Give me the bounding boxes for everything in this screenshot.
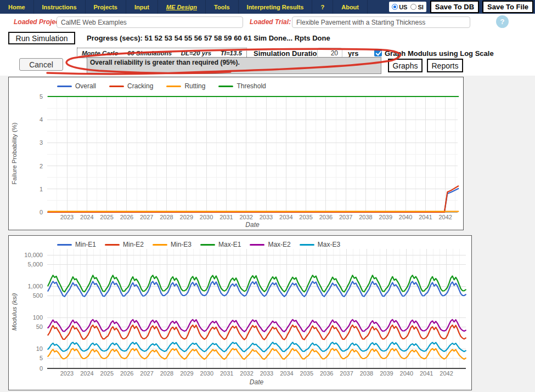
svg-text:2036: 2036 bbox=[320, 370, 333, 377]
legend-label: Min-E3 bbox=[171, 241, 192, 248]
si-radio-label: SI bbox=[418, 4, 423, 10]
svg-text:50: 50 bbox=[36, 323, 43, 330]
save-to-db-button[interactable]: Save To DB bbox=[430, 1, 479, 13]
progress-text: Progress (secs): 51 52 53 54 55 56 57 58… bbox=[87, 34, 330, 42]
nav-item-instructions[interactable]: Instructions bbox=[34, 0, 86, 14]
legend-swatch bbox=[105, 244, 120, 246]
svg-text:10,000: 10,000 bbox=[24, 252, 43, 258]
svg-text:2035: 2035 bbox=[300, 370, 313, 377]
svg-text:1: 1 bbox=[40, 186, 43, 192]
legend-label: Max-E2 bbox=[268, 241, 290, 248]
svg-text:Date: Date bbox=[250, 378, 264, 386]
svg-text:2023: 2023 bbox=[60, 370, 74, 377]
legend-swatch bbox=[57, 86, 72, 87]
save-to-file-button[interactable]: Save To File bbox=[482, 1, 533, 13]
svg-text:Modulus (ksi): Modulus (ksi) bbox=[11, 293, 18, 331]
svg-text:5: 5 bbox=[40, 355, 43, 361]
nav-item-input[interactable]: Input bbox=[126, 0, 158, 14]
svg-text:2029: 2029 bbox=[180, 370, 193, 377]
svg-text:3: 3 bbox=[40, 139, 43, 146]
legend-label: Min-E1 bbox=[75, 241, 96, 248]
nav-item-home[interactable]: Home bbox=[0, 0, 34, 14]
sim-duration-units: yrs bbox=[348, 49, 359, 58]
svg-text:0: 0 bbox=[40, 209, 43, 215]
cancel-button[interactable]: Cancel bbox=[19, 58, 63, 71]
legend-swatch bbox=[250, 244, 264, 246]
legend-label: Min-E2 bbox=[123, 241, 144, 248]
svg-text:0: 0 bbox=[40, 365, 43, 372]
legend-label: Max-E3 bbox=[318, 241, 340, 248]
monte-carlo-dl: DL=20 yrs bbox=[181, 50, 211, 56]
svg-text:2034: 2034 bbox=[279, 214, 292, 220]
svg-text:1,000: 1,000 bbox=[27, 283, 43, 289]
main-navbar: HomeInstructionsProjectsInputME DesignTo… bbox=[0, 0, 535, 14]
help-icon[interactable]: ? bbox=[496, 15, 509, 28]
nav-items: HomeInstructionsProjectsInputME DesignTo… bbox=[0, 0, 368, 14]
legend-item-rutting: Rutting bbox=[166, 82, 205, 90]
graphs-button[interactable]: Graphs bbox=[388, 59, 423, 72]
legend-label: Threshold bbox=[236, 82, 266, 90]
svg-text:2040: 2040 bbox=[400, 370, 413, 377]
svg-text:2038: 2038 bbox=[359, 214, 372, 220]
run-simulation-button[interactable]: Run Simulation bbox=[8, 32, 75, 44]
svg-text:10: 10 bbox=[36, 345, 43, 352]
legend-item-threshold: Threshold bbox=[218, 82, 266, 90]
status-message: Overall reliability is greater than requ… bbox=[87, 57, 381, 74]
loaded-trial-label: Loaded Trial: bbox=[250, 18, 291, 26]
svg-text:2026: 2026 bbox=[120, 214, 133, 220]
nav-item-interpreting-results[interactable]: Interpreting Results bbox=[239, 0, 313, 14]
unit-toggle: US SI bbox=[389, 2, 426, 12]
svg-text:2036: 2036 bbox=[319, 214, 333, 220]
svg-text:2033: 2033 bbox=[260, 214, 273, 220]
nav-item-tools[interactable]: Tools bbox=[206, 0, 239, 14]
monte-carlo-simulations: 60 Simulations bbox=[127, 50, 172, 56]
loaded-project-input[interactable] bbox=[57, 16, 243, 28]
legend-item-max-e3: Max-E3 bbox=[300, 241, 340, 248]
svg-text:500: 500 bbox=[33, 292, 43, 299]
log-scale-label: Graph Modulus using Log Scale bbox=[385, 49, 494, 58]
svg-text:2038: 2038 bbox=[360, 370, 373, 377]
nav-item-[interactable]: ? bbox=[312, 0, 333, 14]
legend-item-min-e1: Min-E1 bbox=[57, 241, 96, 248]
legend-label: Rutting bbox=[184, 82, 205, 90]
svg-text:Date: Date bbox=[245, 221, 260, 229]
svg-text:2032: 2032 bbox=[240, 370, 253, 377]
svg-text:2030: 2030 bbox=[200, 214, 213, 220]
svg-text:2041: 2041 bbox=[419, 214, 432, 220]
reports-button[interactable]: Reports bbox=[427, 59, 463, 72]
svg-text:2027: 2027 bbox=[140, 370, 153, 377]
svg-text:2042: 2042 bbox=[438, 214, 452, 220]
legend-label: Overall bbox=[75, 82, 96, 90]
legend-swatch bbox=[200, 244, 215, 246]
monte-carlo-ti: TI=13.5 bbox=[221, 50, 242, 56]
nav-item-projects[interactable]: Projects bbox=[86, 0, 126, 14]
failure-chart-legend: OverallCrackingRuttingThreshold bbox=[57, 82, 279, 90]
sim-duration-label: Simulation Duration bbox=[254, 49, 322, 58]
svg-text:2042: 2042 bbox=[440, 370, 453, 377]
us-radio[interactable] bbox=[392, 4, 398, 10]
svg-text:2031: 2031 bbox=[219, 214, 233, 220]
legend-swatch bbox=[57, 244, 72, 246]
failure-probability-chart-panel: 0123452023202420252026202720282029203020… bbox=[8, 77, 464, 230]
nav-item-me-design[interactable]: ME Design bbox=[158, 0, 206, 14]
legend-item-max-e2: Max-E2 bbox=[250, 241, 290, 248]
svg-text:2039: 2039 bbox=[379, 214, 392, 220]
svg-text:2028: 2028 bbox=[160, 370, 173, 377]
svg-text:2028: 2028 bbox=[160, 214, 173, 220]
legend-swatch bbox=[153, 244, 167, 246]
nav-item-about[interactable]: About bbox=[333, 0, 368, 14]
svg-text:2037: 2037 bbox=[339, 214, 352, 220]
loaded-trial-input[interactable] bbox=[292, 16, 470, 28]
svg-text:2: 2 bbox=[40, 163, 43, 169]
failure-probability-chart: 0123452023202420252026202720282029203020… bbox=[9, 77, 463, 230]
svg-text:2027: 2027 bbox=[140, 214, 153, 220]
modulus-chart-legend: Min-E1Min-E2Min-E3Max-E1Max-E2Max-E3 bbox=[57, 241, 349, 248]
legend-item-min-e3: Min-E3 bbox=[153, 241, 192, 248]
si-radio[interactable] bbox=[410, 4, 416, 10]
svg-text:4: 4 bbox=[40, 116, 43, 123]
log-scale-checkbox[interactable] bbox=[374, 49, 382, 56]
svg-text:5,000: 5,000 bbox=[27, 261, 43, 268]
svg-text:2041: 2041 bbox=[420, 370, 433, 377]
legend-swatch bbox=[166, 86, 181, 87]
svg-text:2026: 2026 bbox=[120, 370, 133, 377]
